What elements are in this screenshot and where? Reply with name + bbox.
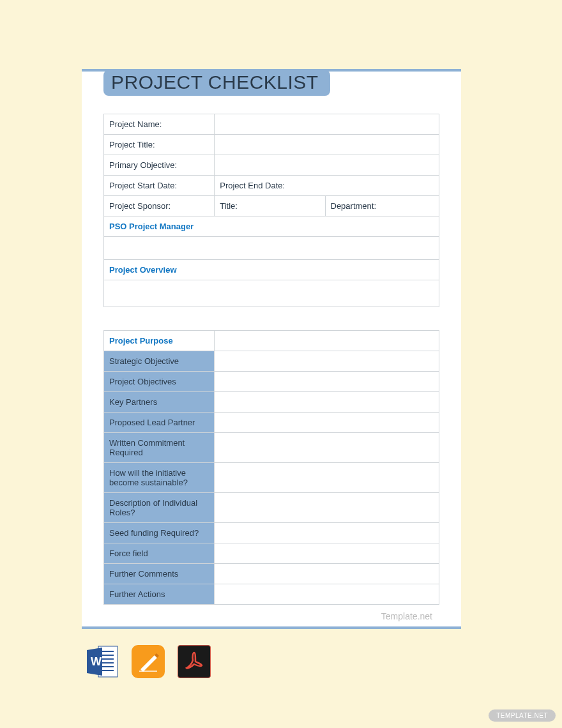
cell (215, 523, 439, 543)
cell (215, 135, 439, 155)
section-label: Project Overview (104, 260, 439, 280)
blank-row (104, 237, 439, 260)
section-label: Project Purpose (104, 331, 215, 351)
cell (215, 351, 439, 372)
acrobat-icon[interactable] (178, 645, 211, 678)
purpose-table: Project PurposeStrategic ObjectiveProjec… (103, 330, 439, 605)
table-row: Proposed Lead Partner (104, 413, 439, 433)
word-icon[interactable]: W (86, 645, 119, 678)
cell: Project Sponsor: (104, 196, 215, 216)
row-label: Force field (104, 543, 215, 564)
table-row: Project Start Date:Project End Date: (104, 176, 439, 196)
document-page: PROJECT CHECKLIST Project Name:Project T… (82, 69, 461, 629)
cell (215, 155, 439, 176)
row-label: How will the initiative become sustainab… (104, 463, 215, 493)
svg-text:W: W (91, 655, 102, 668)
pages-icon[interactable] (132, 645, 165, 678)
table-row: Project Sponsor:Title:Department: (104, 196, 439, 216)
cell (215, 114, 439, 135)
section-header: PSO Project Manager (104, 216, 439, 237)
watermark-text: Template.net (381, 611, 432, 621)
cell: Project Start Date: (104, 176, 215, 196)
cell (215, 463, 439, 493)
cell (104, 237, 439, 260)
cell (215, 543, 439, 564)
cell (104, 280, 439, 307)
table-row: Strategic Objective (104, 351, 439, 372)
cell: Department: (325, 196, 439, 216)
table-row: Further Comments (104, 564, 439, 584)
cell: Project End Date: (215, 176, 439, 196)
table-row: Project Title: (104, 135, 439, 155)
cell: Title: (215, 196, 325, 216)
table-row: How will the initiative become sustainab… (104, 463, 439, 493)
blank-row (104, 280, 439, 307)
cell (215, 433, 439, 463)
row-label: Seed funding Required? (104, 523, 215, 543)
table-row: Project Purpose (104, 331, 439, 351)
cell (215, 413, 439, 433)
row-label: Key Partners (104, 392, 215, 413)
section-label: PSO Project Manager (104, 216, 439, 237)
table-row: Primary Objective: (104, 155, 439, 176)
cell (215, 331, 439, 351)
cell: Primary Objective: (104, 155, 215, 176)
table-row: Further Actions (104, 584, 439, 605)
row-label: Proposed Lead Partner (104, 413, 215, 433)
cell: Project Name: (104, 114, 215, 135)
cell (215, 564, 439, 584)
table-row: Seed funding Required? (104, 523, 439, 543)
table-row: Key Partners (104, 392, 439, 413)
row-label: Strategic Objective (104, 351, 215, 372)
cell (215, 584, 439, 605)
row-label: Further Actions (104, 584, 215, 605)
section-header: Project Overview (104, 260, 439, 280)
row-label: Project Objectives (104, 372, 215, 392)
table-row: Project Objectives (104, 372, 439, 392)
row-label: Description of Individual Roles? (104, 493, 215, 523)
table-row: Force field (104, 543, 439, 564)
row-label: Further Comments (104, 564, 215, 584)
info-table: Project Name:Project Title:Primary Objec… (103, 114, 439, 307)
cell (215, 372, 439, 392)
svg-rect-9 (139, 671, 157, 672)
cell (215, 493, 439, 523)
cell (215, 392, 439, 413)
table-row: Project Name: (104, 114, 439, 135)
file-format-icons: W (86, 645, 211, 678)
table-row: Description of Individual Roles? (104, 493, 439, 523)
template-badge: TEMPLATE.NET (489, 709, 556, 722)
row-label: Written Commitment Required (104, 433, 215, 463)
page-title: PROJECT CHECKLIST (103, 70, 330, 96)
cell: Project Title: (104, 135, 215, 155)
tables-container: Project Name:Project Title:Primary Objec… (82, 96, 461, 605)
table-row: Written Commitment Required (104, 433, 439, 463)
